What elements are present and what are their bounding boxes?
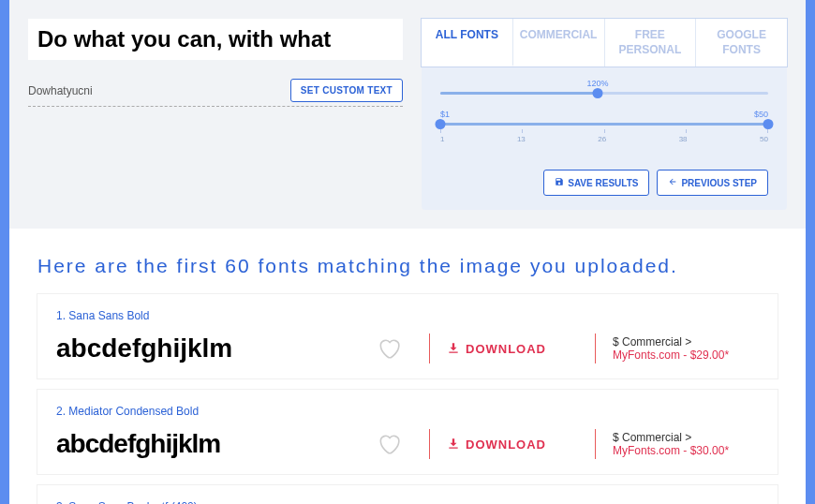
heart-icon [377,432,401,456]
divider [429,334,430,363]
arrow-left-icon [668,177,677,188]
font-result-card: 3. Sana Sans Book otf (400) Dowhatyucni … [37,485,778,504]
font-result-card: 1. Sana Sans Bold abcdefghijklm DOWNLOAD… [37,294,778,378]
sample-text-display: Do what you can, with what [28,19,403,60]
font-preview: abcdefghijklm [56,429,365,459]
save-results-button[interactable]: SAVE RESULTS [543,170,649,196]
custom-text-row: SET CUSTOM TEXT [28,79,403,107]
price-max-label: $50 [754,110,768,119]
font-name: 2. Mediator Condensed Bold [56,405,759,418]
tab-google-fonts[interactable]: GOOGLE FONTS [696,19,787,67]
save-results-label: SAVE RESULTS [568,178,638,188]
save-icon [555,177,564,188]
zoom-value-label: 120% [586,79,608,88]
font-result-card: 2. Mediator Condensed Bold abcdefghijklm… [37,390,778,474]
set-custom-text-button[interactable]: SET CUSTOM TEXT [290,79,403,102]
commerce-info: $ Commercial > MyFonts.com - $30.00* [613,431,759,457]
price-slider[interactable]: $1 $50 113263850 [440,111,768,143]
vendor-link[interactable]: MyFonts.com - $29.00* [613,348,729,362]
commerce-info: $ Commercial > MyFonts.com - $29.00* [613,335,759,362]
download-icon [447,437,460,451]
results-heading: Here are the first 60 fonts matching the… [9,229,806,294]
favorite-button[interactable] [365,336,412,361]
filter-tabs: ALL FONTS COMMERCIAL FREE PERSONAL GOOGL… [421,18,788,67]
tab-all-fonts[interactable]: ALL FONTS [422,19,513,67]
previous-step-button[interactable]: PREVIOUS STEP [657,170,768,196]
font-name: 3. Sana Sans Book otf (400) [56,500,759,504]
previous-step-label: PREVIOUS STEP [681,178,757,188]
download-label: DOWNLOAD [466,342,546,356]
tab-commercial[interactable]: COMMERCIAL [513,19,605,67]
download-label: DOWNLOAD [466,437,546,452]
divider [595,334,596,363]
custom-text-input[interactable] [28,81,283,101]
download-icon [447,342,460,355]
vendor-link[interactable]: MyFonts.com - $30.00* [613,444,729,457]
tab-free-personal[interactable]: FREE PERSONAL [605,19,697,67]
zoom-slider[interactable]: 120% [440,81,768,95]
favorite-button[interactable] [365,432,412,456]
price-tick-labels: 113263850 [440,135,768,143]
download-button[interactable]: DOWNLOAD [447,342,578,356]
font-name: 1. Sana Sans Bold [56,309,759,322]
heart-icon [377,336,401,361]
font-preview: abcdefghijklm [56,334,365,363]
divider [429,429,430,459]
divider [595,429,596,459]
download-button[interactable]: DOWNLOAD [447,437,578,452]
price-min-label: $1 [440,110,450,119]
